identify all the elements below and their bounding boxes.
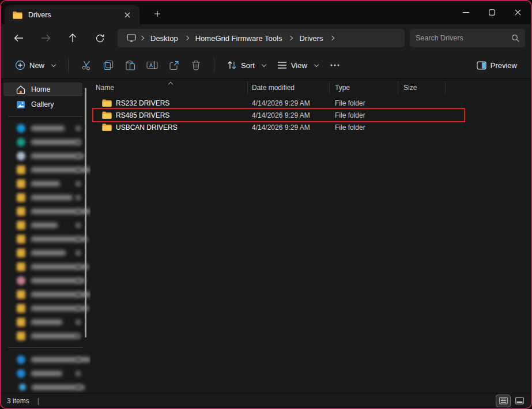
address-bar[interactable]: Desktop HomeGrid Firmware Tools Drivers: [118, 29, 405, 47]
file-name: RS232 DRIVERS: [116, 99, 169, 107]
delete-button[interactable]: [185, 55, 207, 75]
file-date-modified: 4/14/2026 9:29 AM: [248, 99, 330, 107]
copy-button[interactable]: [97, 55, 119, 75]
chevron-down-icon: [51, 62, 56, 66]
sidebar-pinned-item[interactable]: [1, 232, 90, 246]
breadcrumb-homegrid-firmware-tools[interactable]: HomeGrid Firmware Tools: [190, 32, 288, 44]
cut-button[interactable]: [76, 55, 97, 75]
rename-button[interactable]: [141, 55, 163, 75]
tab-drivers[interactable]: Drivers: [5, 5, 139, 24]
new-tab-button[interactable]: [150, 7, 165, 20]
file-row[interactable]: USBCAN DRIVERS4/14/2026 9:29 AMFile fold…: [90, 121, 531, 133]
file-type: File folder: [330, 123, 398, 132]
sidebar-scrollbar[interactable]: [85, 88, 86, 337]
view-button-label: View: [291, 61, 307, 70]
sidebar-pinned-item[interactable]: [1, 218, 90, 232]
refresh-button[interactable]: [89, 29, 110, 47]
pin-icon: [75, 250, 81, 256]
view-button[interactable]: View: [271, 58, 324, 73]
search-box[interactable]: [410, 29, 525, 47]
sidebar-pinned-item[interactable]: [1, 149, 90, 163]
window-controls: [453, 1, 531, 24]
pin-icon: [75, 125, 81, 132]
teal-circle-icon: [17, 138, 25, 147]
file-type: File folder: [330, 99, 398, 107]
pin-icon: [75, 333, 81, 339]
search-input[interactable]: [416, 34, 511, 42]
close-button[interactable]: [505, 1, 531, 23]
redacted-label: [31, 209, 90, 214]
pin-icon: [75, 181, 81, 187]
sidebar-item-gallery[interactable]: Gallery: [3, 97, 82, 111]
back-button[interactable]: [8, 29, 29, 47]
sidebar-pinned-item[interactable]: [1, 135, 90, 149]
pin-icon: [75, 208, 81, 215]
chevron-down-icon: [314, 62, 319, 66]
breadcrumb-desktop[interactable]: Desktop: [145, 32, 183, 44]
new-button-label: New: [29, 61, 44, 70]
sidebar-pinned-item[interactable]: [1, 163, 90, 177]
sidebar-pinned-item[interactable]: [1, 301, 90, 315]
tab-close-icon[interactable]: [121, 9, 134, 21]
sidebar-pinned-item[interactable]: [1, 246, 90, 260]
sidebar-item-home[interactable]: Home: [3, 82, 82, 96]
folder-icon: [17, 235, 25, 243]
column-header-name[interactable]: Name: [90, 81, 248, 95]
pin-icon: [75, 370, 81, 377]
sidebar-pinned-item[interactable]: [1, 352, 90, 366]
sort-ascending-icon: [169, 80, 172, 88]
column-header-size[interactable]: Size: [398, 81, 446, 95]
breadcrumb-drivers[interactable]: Drivers: [294, 32, 328, 44]
gallery-icon: [16, 100, 25, 109]
up-button[interactable]: [62, 29, 83, 47]
blue-circle-icon: [17, 355, 25, 364]
folder-icon: [17, 249, 25, 257]
sidebar-pinned-item[interactable]: [1, 329, 90, 343]
search-icon: [511, 34, 519, 42]
sidebar-pinned-item[interactable]: [1, 204, 90, 218]
details-view-toggle[interactable]: [496, 395, 510, 407]
folder-icon: [17, 332, 25, 340]
paste-button[interactable]: [119, 55, 141, 75]
sidebar-pinned-item[interactable]: [1, 260, 90, 273]
toolbar-separator: [68, 58, 69, 72]
sidebar-pinned-item[interactable]: [1, 121, 90, 135]
redacted-label: [31, 167, 90, 172]
preview-button[interactable]: Preview: [471, 58, 523, 73]
icons-view-toggle[interactable]: [512, 395, 526, 407]
pin-icon: [75, 357, 81, 363]
redacted-label: [31, 140, 81, 145]
forward-button[interactable]: [35, 29, 56, 47]
column-header-date-modified[interactable]: Date modified: [248, 81, 330, 95]
sidebar-pinned-item[interactable]: [1, 287, 90, 301]
sidebar-pinned-item[interactable]: [1, 315, 90, 329]
sidebar-pinned-item[interactable]: [1, 177, 90, 190]
home-icon: [16, 85, 25, 94]
pin-icon: [75, 222, 81, 228]
file-date-modified: 4/14/2026 9:29 AM: [248, 123, 330, 132]
sidebar-bottom-list: [1, 352, 90, 394]
redacted-label: [31, 292, 90, 297]
column-header-type[interactable]: Type: [330, 81, 398, 95]
sidebar-pinned-item[interactable]: [1, 380, 90, 394]
preview-button-label: Preview: [491, 61, 517, 70]
pink-circle-icon: [17, 276, 25, 285]
share-button[interactable]: [163, 55, 185, 75]
redacted-label: [31, 223, 58, 228]
file-name: USBCAN DRIVERS: [116, 123, 178, 132]
maximize-button[interactable]: [479, 1, 505, 23]
folder-icon: [102, 99, 112, 107]
navigation-pane: Home Gallery: [1, 80, 90, 393]
pc-gray-icon: [17, 152, 25, 160]
sidebar-gallery-label: Gallery: [31, 100, 54, 108]
new-button[interactable]: New: [9, 57, 61, 74]
sidebar-pinned-item[interactable]: [1, 190, 90, 204]
sidebar-pinned-item[interactable]: [1, 366, 90, 380]
highlight-annotation-box: [92, 108, 465, 122]
desktop-icon: [127, 34, 136, 42]
sort-button[interactable]: Sort: [221, 57, 271, 73]
more-options-button[interactable]: [324, 55, 346, 75]
minimize-button[interactable]: [453, 1, 479, 23]
sidebar-pinned-item[interactable]: [1, 273, 90, 287]
file-row[interactable]: RS232 DRIVERS4/14/2026 9:29 AMFile folde…: [90, 97, 531, 109]
